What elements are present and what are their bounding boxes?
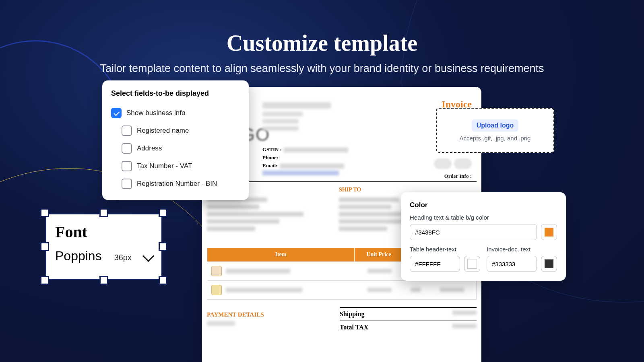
from-phone: Phone: <box>262 154 278 161</box>
totals-shipping-label: Shipping <box>340 311 364 318</box>
resize-handle-icon[interactable] <box>99 276 108 285</box>
checkbox-icon <box>122 125 132 136</box>
hero-subtitle: Tailor template content to align seamles… <box>0 62 644 75</box>
checkbox-show-business[interactable]: Show business info <box>111 104 240 122</box>
resize-handle-icon[interactable] <box>159 276 167 285</box>
resize-handle-icon[interactable] <box>99 208 108 217</box>
upload-logo-button[interactable]: Upload logo <box>472 119 518 132</box>
checkbox-icon <box>111 108 122 118</box>
hero-title: Customize template <box>0 30 644 56</box>
doc-text-color-input[interactable]: #333333 <box>487 256 537 272</box>
table-header-color-swatch[interactable] <box>464 256 480 272</box>
totals-tax-label: Total TAX <box>340 324 368 331</box>
col-unit-price: Unit Price <box>355 248 403 261</box>
color-panel-caption: Color <box>410 201 557 209</box>
checkbox-registered-name[interactable]: Registered name <box>111 122 240 140</box>
checkbox-icon <box>122 161 132 171</box>
product-thumb-icon <box>211 266 222 276</box>
checkbox-address[interactable]: Address <box>111 140 240 157</box>
fields-popup-caption: Select fields-to-be displayed <box>111 89 240 98</box>
from-gstin: GSTIN : <box>262 146 348 153</box>
checkbox-label: Show business info <box>126 109 185 117</box>
resize-handle-icon[interactable] <box>159 242 167 251</box>
ship-to-heading: SHIP TO <box>339 187 361 193</box>
blur-line <box>262 112 303 116</box>
font-card: Font Poppins 36px <box>45 213 163 280</box>
payment-details-heading: PAYMENT DETAILS <box>207 311 264 318</box>
resize-handle-icon[interactable] <box>40 208 49 217</box>
bill-to-address <box>207 195 308 234</box>
checkbox-reg-bin[interactable]: Registration Number - BIN <box>111 175 240 193</box>
invoice-tag-chips <box>431 158 472 171</box>
totals-block: Shipping Total TAX <box>340 307 477 334</box>
heading-color-swatch[interactable] <box>541 224 557 240</box>
blur-name <box>262 102 331 109</box>
table-row <box>207 280 476 299</box>
doc-text-color-swatch[interactable] <box>541 256 557 272</box>
checkbox-label: Registered name <box>137 127 189 135</box>
font-family-value: Poppins <box>55 249 102 263</box>
doc-text-color-label: Invoice-doc. text <box>487 246 557 253</box>
upload-logo-dropzone[interactable]: Upload logo Accepts .gif, .jpg, and .png <box>436 108 554 153</box>
resize-handle-icon[interactable] <box>40 242 49 251</box>
heading-color-label: Heading text & table b/g color <box>410 214 557 221</box>
table-header-color-label: Table header-text <box>410 246 480 253</box>
resize-handle-icon[interactable] <box>40 276 49 285</box>
blur-line <box>262 119 299 123</box>
upload-hint: Accepts .gif, .jpg, and .png <box>460 135 531 142</box>
blur-line <box>262 126 299 131</box>
resize-handle-icon[interactable] <box>159 208 167 217</box>
color-panel: Color Heading text & table b/g color #34… <box>401 192 566 281</box>
col-item: Item <box>207 248 355 261</box>
font-dropdown[interactable]: Poppins 36px <box>55 249 153 263</box>
checkbox-icon <box>122 179 132 189</box>
font-caption: Font <box>55 222 153 241</box>
from-link-blur <box>262 171 339 175</box>
checkbox-label: Tax Number - VAT <box>137 162 192 170</box>
checkbox-label: Registration Number - BIN <box>137 180 217 188</box>
font-selector-frame[interactable]: Font Poppins 36px <box>40 208 167 285</box>
invoice-meta-order-info: Order Info : <box>444 173 472 179</box>
blur-line <box>207 321 235 326</box>
checkbox-label: Address <box>137 144 162 152</box>
checkbox-icon <box>122 143 132 154</box>
product-thumb-icon <box>211 285 222 295</box>
checkbox-tax-vat[interactable]: Tax Number - VAT <box>111 157 240 175</box>
chevron-down-icon <box>142 250 155 262</box>
fields-popup: Select fields-to-be displayed Show busin… <box>102 80 249 200</box>
from-email: Email: <box>262 162 344 169</box>
table-header-color-input[interactable]: #FFFFFF <box>410 256 460 272</box>
heading-color-input[interactable]: #3438FC <box>410 224 537 240</box>
font-size-value: 36px <box>114 253 132 262</box>
